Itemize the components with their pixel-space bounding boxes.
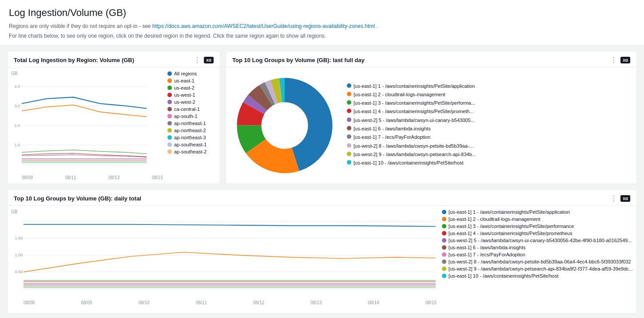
svg-text:1.50: 1.50 <box>15 236 23 240</box>
region-ingestion-menu[interactable]: ⋮ <box>194 56 201 64</box>
legend-label: us-east-1 <box>174 78 195 83</box>
daily-legend-text: [us-west-2] 8 - /aws/lambda/cwsyn-petsit… <box>449 259 631 264</box>
donut-legend-item[interactable]: [us-west-2] 9 - /aws/lambda/cwsyn-petsea… <box>347 151 631 157</box>
donut-legend-item[interactable]: [us-west-2] 8 - /aws/lambda/cwsyn-petsit… <box>347 143 631 149</box>
page-header: Log Ingestion/Volume (GB) Regions are on… <box>0 0 644 46</box>
donut-legend-dot <box>347 160 351 165</box>
daily-legend-item[interactable]: [us-east-1] 10 - /aws/containerinsights/… <box>442 273 633 279</box>
region-ingestion-header: Total Log Ingestion by Region: Volume (G… <box>8 51 220 67</box>
region-line-chart: GB 4.0 3.0 2.0 1.0 <box>11 71 163 180</box>
daily-x-label: 08/14 <box>368 300 379 305</box>
svg-text:1.00: 1.00 <box>15 253 23 257</box>
legend-dot <box>167 93 172 97</box>
legend-label: ap-northeast-2 <box>174 128 206 133</box>
legend-label: ap-southeast-2 <box>174 149 207 154</box>
donut-legend-dot <box>347 143 351 148</box>
daily-legend-text: [us-east-1] 10 - /aws/containerinsights/… <box>449 273 559 279</box>
donut-legend-item[interactable]: [us-east-1] 3 - /aws/containerinsights/P… <box>347 100 631 106</box>
daily-legend-text: [us-east-1] 4 - /aws/containerinsights/P… <box>449 231 572 236</box>
loggroups-lastday-xa[interactable]: xα <box>620 57 630 63</box>
region-y-label: GB <box>11 71 163 76</box>
legend-item[interactable]: us-east-1 <box>167 78 216 83</box>
donut-legend-item[interactable]: [us-east-1] 7 - /ecs/PayForAdoption <box>347 134 631 140</box>
daily-x-label: 08/08 <box>24 300 35 305</box>
daily-x-label: 08/15 <box>425 300 437 305</box>
daily-legend-dot <box>442 238 446 243</box>
legend-dot <box>167 121 172 126</box>
legend-dot <box>167 79 172 83</box>
loggroups-daily-body: GB 1.50 1.00 0.50 <box>8 206 636 313</box>
daily-legend-text: [us-west-2] 9 - /aws/lambda/cwsyn-petsea… <box>449 266 633 271</box>
loggroups-daily-header: Top 10 Log Groups by Volume (GB): daily … <box>8 190 636 206</box>
docs-link[interactable]: https://docs.aws.amazon.com/AWSEC2/lates… <box>152 23 375 29</box>
daily-svg: 1.50 1.00 0.50 <box>11 215 437 299</box>
legend-item[interactable]: us-west-1 <box>167 92 216 98</box>
daily-legend-dot <box>442 231 446 236</box>
legend-label: us-west-2 <box>174 99 195 105</box>
info-text-1: Regions are only visible if they do not … <box>9 22 635 30</box>
daily-legend-item[interactable]: [us-east-1] 1 - /aws/containerinsights/P… <box>442 209 633 215</box>
region-x-labels: 08/09 08/11 08/13 08/15 <box>11 174 163 180</box>
donut-legend-dot <box>347 152 351 156</box>
daily-legend-text: [us-east-1] 7 - /ecs/PayForAdoption <box>449 252 525 257</box>
loggroups-daily-actions: ⋮ xα <box>610 194 630 203</box>
daily-legend-item[interactable]: [us-east-1] 4 - /aws/containerinsights/P… <box>442 231 633 236</box>
loggroups-lastday-title: Top 10 Log Groups by Volume (GB): last f… <box>232 57 365 63</box>
daily-legend-dot <box>442 217 446 221</box>
daily-legend-dot <box>442 224 446 228</box>
region-ingestion-actions: ⋮ xα <box>194 56 214 64</box>
donut-legend-item[interactable]: [us-east-1] 2 - cloudtrail-logs-manageme… <box>347 91 631 98</box>
loggroups-daily-panel: Top 10 Log Groups by Volume (GB): daily … <box>7 189 637 314</box>
legend-label: us-east-2 <box>174 85 195 90</box>
legend-dot <box>167 71 172 76</box>
loggroups-daily-xa[interactable]: xα <box>620 195 630 202</box>
donut-legend-text: [us-west-2] 8 - /aws/lambda/cwsyn-petsit… <box>354 143 473 149</box>
legend-item[interactable]: ap-southeast-2 <box>167 149 216 154</box>
daily-legend-item[interactable]: [us-west-2] 5 - /aws/lambda/cwsyn-ui-can… <box>442 238 633 243</box>
legend-item[interactable]: us-west-2 <box>167 99 216 105</box>
daily-legend-text: [us-east-1] 3 - /aws/containerinsights/P… <box>449 224 574 229</box>
daily-legend-item[interactable]: [us-east-1] 3 - /aws/containerinsights/P… <box>442 224 633 229</box>
top-row: Total Log Ingestion by Region: Volume (G… <box>7 51 637 184</box>
daily-legend-item[interactable]: [us-east-1] 7 - /ecs/PayForAdoption <box>442 252 633 257</box>
daily-legend-item[interactable]: [us-east-1] 2 - cloudtrail-logs-manageme… <box>442 216 633 222</box>
x-label-0811: 08/11 <box>65 175 76 180</box>
legend-item[interactable]: ca-central-1 <box>167 106 216 112</box>
daily-legend-dot <box>442 210 446 214</box>
donut-legend-dot <box>347 118 351 122</box>
loggroups-lastday-menu[interactable]: ⋮ <box>610 56 618 64</box>
donut-legend-item[interactable]: [us-west-2] 5 - /aws/lambda/cwsyn-ui-can… <box>347 117 631 123</box>
daily-legend-item[interactable]: [us-west-2] 8 - /aws/lambda/cwsyn-petsit… <box>442 259 633 264</box>
legend-label: All regions <box>174 71 197 76</box>
daily-x-label: 08/11 <box>196 300 207 305</box>
legend-item[interactable]: us-east-2 <box>167 85 216 90</box>
legend-item[interactable]: ap-southeast-1 <box>167 142 216 147</box>
legend-label: us-west-1 <box>174 92 195 98</box>
svg-text:4.0: 4.0 <box>14 84 20 89</box>
donut-legend-item[interactable]: [us-east-1] 4 - /aws/containerinsights/P… <box>347 108 631 114</box>
x-label-0809: 08/09 <box>22 175 33 180</box>
legend-item[interactable]: ap-northeast-3 <box>167 135 216 140</box>
daily-legend-dot <box>442 259 446 264</box>
legend-item[interactable]: ap-south-1 <box>167 114 216 119</box>
donut-legend-item[interactable]: [us-east-1] 10 - /aws/containerinsights/… <box>347 160 631 166</box>
loggroups-lastday-panel: Top 10 Log Groups by Volume (GB): last f… <box>226 51 637 184</box>
donut-legend-item[interactable]: [us-east-1] 6 - /aws/lambda-insights <box>347 126 631 132</box>
legend-item[interactable]: All regions <box>167 71 216 76</box>
svg-text:3.0: 3.0 <box>14 103 20 109</box>
daily-legend-item[interactable]: [us-east-1] 6 - /aws/lambda-insights <box>442 245 633 250</box>
daily-legend-dot <box>442 245 446 250</box>
daily-legend-dot <box>442 274 446 278</box>
donut-legend-text: [us-east-1] 3 - /aws/containerinsights/P… <box>354 100 475 106</box>
legend-item[interactable]: ap-northeast-2 <box>167 128 216 133</box>
loggroups-daily-menu[interactable]: ⋮ <box>610 194 618 203</box>
daily-legend-text: [us-east-1] 1 - /aws/containerinsights/P… <box>449 209 570 215</box>
region-ingestion-body: GB 4.0 3.0 2.0 1.0 <box>8 67 220 184</box>
legend-item[interactable]: ap-northeast-1 <box>167 121 216 126</box>
daily-legend-item[interactable]: [us-west-2] 9 - /aws/lambda/cwsyn-petsea… <box>442 266 633 271</box>
daily-legend: [us-east-1] 1 - /aws/containerinsights/P… <box>437 209 633 310</box>
region-ingestion-title: Total Log Ingestion by Region: Volume (G… <box>14 57 134 63</box>
region-ingestion-xa[interactable]: xα <box>204 57 214 63</box>
donut-legend-item[interactable]: [us-east-1] 1 - /aws/containerinsights/P… <box>347 83 631 89</box>
daily-x-label: 08/10 <box>139 300 150 305</box>
